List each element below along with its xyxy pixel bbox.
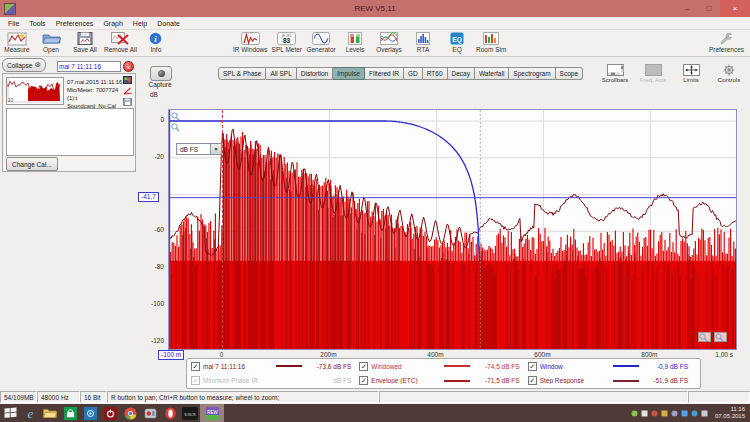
close-button[interactable]: × xyxy=(720,0,750,17)
menu-item-help[interactable]: Help xyxy=(128,20,152,27)
menu-item-graph[interactable]: Graph xyxy=(98,20,127,27)
toolbar-button-spl-meter[interactable]: dB SPL83SPL Meter xyxy=(272,31,302,53)
toolbar-button-measure[interactable]: Measure xyxy=(2,31,32,53)
toolbar-button-open[interactable]: Open xyxy=(36,31,66,53)
taskbar-icon-media-player[interactable] xyxy=(140,404,160,422)
save-all-icon xyxy=(76,31,94,46)
toolbar-button-save-all[interactable]: Save All xyxy=(70,31,100,53)
toolbar-button-generator[interactable]: Generator xyxy=(306,31,336,53)
legend-label-mai-7-11-11-16: mai 7 11:11:16 xyxy=(203,363,273,370)
taskbar-icon-rew-active[interactable]: REW xyxy=(200,404,224,422)
measurement-list[interactable] xyxy=(6,108,134,156)
toolbar-label-levels: Levels xyxy=(346,46,365,53)
toolbar-button-overlays[interactable]: Overlays xyxy=(374,31,404,53)
taskbar-icon-sonos[interactable]: SONOS xyxy=(180,404,200,422)
tab-filtered-ir[interactable]: Filtered IR xyxy=(365,67,404,80)
taskbar-icon-opera[interactable] xyxy=(160,404,180,422)
svg-text:e: e xyxy=(27,407,33,420)
toolbar-button-info[interactable]: iInfo xyxy=(141,31,171,53)
legend-value-minimum-phase-ir: dB FS xyxy=(305,377,359,384)
menu-item-donate[interactable]: Donate xyxy=(152,20,185,27)
tray-icon-5[interactable] xyxy=(671,410,678,417)
tray-icon-4[interactable] xyxy=(661,410,668,417)
tab-spectrogram[interactable]: Spectrogram xyxy=(509,67,555,80)
toolbar-button-remove-all[interactable]: Remove All xyxy=(104,31,137,53)
system-tray xyxy=(631,410,708,417)
legend-checkbox-step-response[interactable]: ✓ xyxy=(528,376,537,385)
save-measurement-icon[interactable] xyxy=(123,98,132,107)
zoom-y-fit-icon[interactable] xyxy=(171,123,182,134)
minimize-button[interactable]: – xyxy=(676,0,698,17)
impulse-plot-area[interactable]: dB FS ▼ xyxy=(168,109,737,350)
y-tick-120: -120 xyxy=(134,337,164,344)
tab-impulse[interactable]: Impulse xyxy=(333,67,365,80)
legend-checkbox-windowed[interactable]: ✓ xyxy=(359,362,368,371)
legend-item-step-response: ✓Step Response-51,9 dB FS xyxy=(528,374,696,388)
tray-icon-8[interactable] xyxy=(701,410,708,417)
tab-spl-phase[interactable]: SPL & Phase xyxy=(218,67,266,80)
zoom-x-axis-icon[interactable] xyxy=(698,332,711,342)
trim-angle-icon[interactable] xyxy=(123,87,132,96)
overlays-icon xyxy=(380,31,398,46)
y-tick-20: -20 xyxy=(134,153,164,160)
zoom-x-fit-icon[interactable] xyxy=(714,332,727,342)
toolbar-button-room-sim[interactable]: Room Sim xyxy=(476,31,506,53)
tray-icon-6[interactable] xyxy=(681,410,688,417)
toolbar-label-overlays: Overlays xyxy=(376,46,402,53)
legend-value-window: -0,9 dB FS xyxy=(642,363,696,370)
tab-scope[interactable]: Scope xyxy=(556,67,583,80)
maximize-button[interactable]: □ xyxy=(698,0,720,17)
measurement-name-input[interactable] xyxy=(57,61,121,72)
measurement-panel[interactable]: 20 07.mai.2015 11:11:16 Mic/Meter: 70077… xyxy=(2,73,136,172)
x-tick-400m: 400m xyxy=(427,351,443,358)
collapse-button[interactable]: Collapse ⊗ xyxy=(2,58,46,72)
legend-checkbox-envelope-etc[interactable]: ✓ xyxy=(359,376,368,385)
toolbar-button-levels[interactable]: Levels xyxy=(340,31,370,53)
taskbar-icon-windows-store[interactable] xyxy=(60,404,80,422)
graph-control-controls[interactable]: Controls xyxy=(712,63,746,83)
legend-checkbox-mai-7-11-11-16[interactable]: ✓ xyxy=(191,362,200,371)
menu-item-tools[interactable]: Tools xyxy=(24,20,50,27)
tab-rt60[interactable]: RT60 xyxy=(423,67,448,80)
tab-gd[interactable]: GD xyxy=(404,67,423,80)
taskbar-icon-internet-explorer[interactable]: e xyxy=(20,404,40,422)
toolbar-button-ir-windows[interactable]: IR Windows xyxy=(233,31,268,53)
graph-control-scrollbars[interactable]: Scrollbars xyxy=(598,63,632,83)
room-sim-icon xyxy=(483,31,499,46)
tray-icon-3[interactable] xyxy=(651,410,658,417)
taskbar-clock: 11:16 07.05.2015 xyxy=(715,406,745,420)
zoom-y-axis-icon[interactable] xyxy=(171,112,182,123)
toolbar-button-rta[interactable]: RTA xyxy=(408,31,438,53)
taskbar-icon-settings[interactable] xyxy=(80,404,100,422)
delete-measurement-button[interactable]: × xyxy=(123,61,134,72)
toolbar-button-eq[interactable]: EQEQ xyxy=(442,31,472,53)
change-cal-button[interactable]: Change Cal... xyxy=(6,157,58,171)
notes-icon[interactable] xyxy=(123,76,132,85)
tray-icon-7[interactable] xyxy=(691,410,698,417)
tab-distortion[interactable]: Distortion xyxy=(297,67,333,80)
limits-icon xyxy=(683,63,700,76)
taskbar-icon-file-explorer[interactable] xyxy=(40,404,60,422)
menu-item-preferences[interactable]: Preferences xyxy=(51,20,99,27)
toolbar-button-preferences[interactable]: Preferences xyxy=(709,31,744,53)
tab-all-spl[interactable]: All SPL xyxy=(266,67,296,80)
menu-item-file[interactable]: File xyxy=(3,20,24,27)
graph-controls: ScrollbarsFreq. AxisLimitsControls xyxy=(598,63,746,83)
legend-item-envelope-etc: ✓Envelope (ETC)-71,5 dB FS xyxy=(359,374,527,388)
tray-icon-2[interactable] xyxy=(641,410,648,417)
toolbar-label-info: Info xyxy=(150,46,161,53)
taskbar-icon-win-start[interactable] xyxy=(0,404,20,422)
capture-button[interactable] xyxy=(150,66,172,81)
graph-control-limits[interactable]: Limits xyxy=(674,63,708,83)
graph-control-label: Limits xyxy=(683,77,699,83)
taskbar-icon-chrome[interactable] xyxy=(120,404,140,422)
y-unit-dropdown[interactable]: dB FS ▼ xyxy=(176,143,222,155)
memory-status: 54/109MB xyxy=(0,391,37,403)
tab-waterfall[interactable]: Waterfall xyxy=(475,67,509,80)
tray-icon-1[interactable] xyxy=(631,410,638,417)
tab-decay[interactable]: Decay xyxy=(448,67,475,80)
measure-icon xyxy=(7,31,27,46)
taskbar-icon-power[interactable] xyxy=(100,404,120,422)
title-bar: REW V5,11 – □ × xyxy=(0,0,750,17)
legend-checkbox-window[interactable]: ✓ xyxy=(528,362,537,371)
